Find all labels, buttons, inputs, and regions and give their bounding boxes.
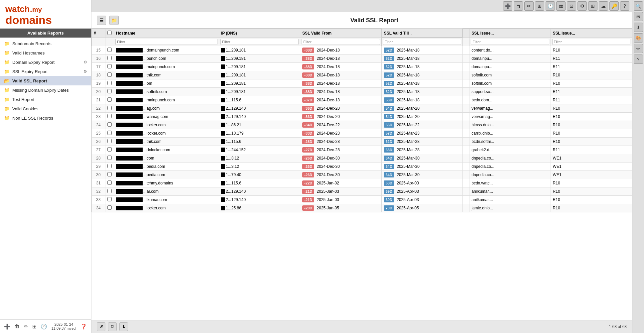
- toolbar-clock-btn[interactable]: 🕐: [546, 1, 555, 11]
- row-checkbox[interactable]: [107, 189, 112, 193]
- cell-ip: 1...10.179: [219, 129, 300, 138]
- row-checkbox[interactable]: [107, 180, 112, 185]
- filter-issuer2-input[interactable]: [552, 39, 630, 45]
- row-checkbox[interactable]: [107, 114, 112, 118]
- sidebar-item-test-report[interactable]: 📁Test Report: [0, 95, 91, 104]
- cell-issuer2: R10: [551, 204, 632, 212]
- row-checkbox[interactable]: [107, 97, 112, 102]
- ssl-till-date: 2025-Mar-20: [397, 114, 420, 119]
- ssl-from-date: 2024-Dec-30: [317, 172, 340, 177]
- cell-ip: 1...115.6: [219, 96, 300, 104]
- cell-issuer1: jamie.dnlo...: [469, 204, 551, 212]
- row-checkbox[interactable]: [107, 131, 112, 135]
- edit-icon[interactable]: ✏: [24, 323, 28, 330]
- cell-num: 29: [92, 163, 105, 171]
- toolbar-frame-btn[interactable]: ⊡: [567, 1, 576, 11]
- right-help-btn[interactable]: ?: [634, 55, 643, 64]
- cell-issuer1: content.do...: [469, 46, 551, 55]
- filter-ssl-from-input[interactable]: [302, 39, 380, 45]
- toolbar-grid2-btn[interactable]: ⊞: [588, 1, 597, 11]
- gear-icon[interactable]: ⚙: [83, 60, 87, 64]
- row-checkbox[interactable]: [107, 139, 112, 143]
- cell-hostname: ...domainpunch.com: [114, 46, 219, 55]
- ssl-from-date: 2024-Dec-18: [317, 89, 340, 94]
- right-edit-btn[interactable]: ✏: [634, 44, 643, 53]
- table-row: 21 ...mainpunch.com 1...115.6 -37D 2024-…: [92, 96, 632, 104]
- toolbar-key-btn[interactable]: 🔑: [609, 1, 619, 11]
- filter-check: [105, 38, 114, 46]
- table-row: 33 ...lkumar.com 2...129.140 -21D 2025-J…: [92, 196, 632, 204]
- filter-issuer1-input[interactable]: [471, 39, 549, 45]
- copy-btn[interactable]: ⧉: [108, 322, 117, 331]
- row-checkbox[interactable]: [107, 156, 112, 160]
- ssl-from-date: 2024-Dec-18: [317, 56, 340, 61]
- cell-issuer2: R10: [551, 196, 632, 204]
- col-num: #: [92, 29, 105, 38]
- row-checkbox[interactable]: [107, 147, 112, 152]
- sidebar-item-valid-cookies[interactable]: 📁Valid Cookies: [0, 104, 91, 113]
- sidebar-item-missing-domain-expiry-dates[interactable]: 📁Missing Domain Expiry Dates: [0, 85, 91, 95]
- filter-ssl-till: [381, 38, 462, 46]
- col-ssl-from: SSL Valid From: [300, 29, 381, 38]
- toolbar-table-btn[interactable]: ▦: [556, 1, 566, 11]
- sidebar-item-ssl-expiry-report[interactable]: 📁SSL Expiry Report⚙: [0, 67, 91, 76]
- sidebar-item-domain-expiry-report[interactable]: 📁Domain Expiry Report⚙: [0, 57, 91, 67]
- gear-icon[interactable]: ⚙: [83, 69, 87, 74]
- menu-btn[interactable]: ☰: [97, 16, 106, 25]
- cell-issuer1: anilkumar....: [469, 196, 551, 204]
- right-mail-btn[interactable]: ✉: [634, 12, 643, 21]
- row-checkbox[interactable]: [107, 205, 112, 210]
- download-btn[interactable]: ⬇: [119, 322, 128, 331]
- filter-ssl-till-input[interactable]: [383, 39, 461, 45]
- row-checkbox[interactable]: [107, 89, 112, 93]
- toolbar-add-btn[interactable]: ➕: [503, 1, 512, 11]
- help-icon[interactable]: ❓: [80, 323, 87, 330]
- toolbar-edit-btn[interactable]: ✏: [524, 1, 534, 11]
- row-checkbox[interactable]: [107, 106, 112, 110]
- cell-ssl-from: -37D 2024-Dec-18: [300, 96, 381, 104]
- cell-num: 22: [92, 104, 105, 113]
- cell-hostname: ...tchmy.domains: [114, 179, 219, 187]
- toolbar-help-btn[interactable]: ?: [620, 1, 629, 11]
- table-body: 15 ...domainpunch.com 1...209.181 -38D 2…: [92, 46, 632, 212]
- row-checkbox[interactable]: [107, 122, 112, 127]
- filter-ip-input[interactable]: [220, 39, 299, 45]
- right-palette-btn[interactable]: 🎨: [634, 33, 643, 43]
- cell-ssl-from: -27D 2024-Dec-28: [300, 146, 381, 154]
- row-checkbox[interactable]: [107, 172, 112, 176]
- toolbar-grid-btn[interactable]: ⊞: [535, 1, 544, 11]
- ssl-from-badge: -21D: [302, 189, 314, 194]
- add-icon[interactable]: ➕: [4, 323, 11, 330]
- folder-btn[interactable]: 📁: [109, 16, 119, 25]
- row-checkbox[interactable]: [107, 56, 112, 60]
- row-checkbox[interactable]: [107, 197, 112, 201]
- sidebar-item-non-le-ssl-records[interactable]: 📁Non LE SSL Records: [0, 113, 91, 123]
- col-hostname: Hostname: [114, 29, 219, 38]
- table-container[interactable]: # Hostname IP (DNS) SSL Valid From SSL V…: [91, 29, 632, 320]
- select-all-checkbox[interactable]: [107, 31, 112, 35]
- filter-hostname-input[interactable]: [115, 39, 217, 45]
- cell-spacer: [463, 163, 469, 171]
- sidebar-item-valid-hostnames[interactable]: 📁Valid Hostnames: [0, 48, 91, 57]
- cell-ssl-till: 52D 2025-Mar-18: [381, 79, 462, 88]
- row-checkbox[interactable]: [107, 64, 112, 68]
- sidebar-item-valid-ssl-report[interactable]: 📂Valid SSL Report: [0, 76, 91, 85]
- row-checkbox[interactable]: [107, 81, 112, 85]
- cell-spacer: [463, 121, 469, 129]
- row-checkbox[interactable]: [107, 164, 112, 168]
- cell-ssl-till: 53D 2025-Mar-18: [381, 96, 462, 104]
- right-download-btn[interactable]: ⬇: [634, 23, 643, 32]
- delete-icon[interactable]: 🗑: [15, 323, 20, 329]
- cell-issuer2: R10: [551, 179, 632, 187]
- row-checkbox[interactable]: [107, 72, 112, 77]
- toolbar-cloud-btn[interactable]: ☁: [599, 1, 608, 11]
- sidebar-item-subdomain-records[interactable]: 📁Subdomain Records: [0, 39, 91, 48]
- clock-icon[interactable]: 🕐: [41, 323, 47, 330]
- cell-ssl-from: -36D 2024-Dec-20: [300, 113, 381, 121]
- toolbar-delete-btn[interactable]: 🗑: [514, 1, 523, 11]
- row-checkbox[interactable]: [107, 48, 112, 52]
- toolbar-settings-btn[interactable]: ⚙: [578, 1, 587, 11]
- grid-icon[interactable]: ⊞: [32, 323, 37, 330]
- refresh-btn[interactable]: ↺: [97, 322, 105, 331]
- right-search-btn[interactable]: 🔍: [634, 1, 643, 11]
